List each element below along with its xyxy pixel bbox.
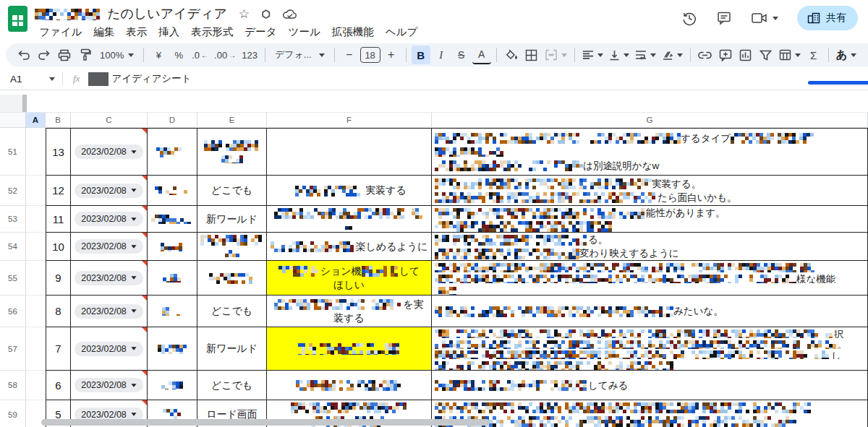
cell-G51[interactable]: するタイプは別途説明かなw	[432, 128, 868, 176]
cell-B56[interactable]: 8	[46, 296, 71, 327]
document-title[interactable]: たのしいアイディア	[107, 5, 227, 22]
italic-button[interactable]: I	[432, 46, 451, 64]
column-header-F[interactable]: F	[267, 112, 432, 128]
decrease-font-size-button[interactable]: −	[340, 46, 359, 64]
text-wrap-button[interactable]	[633, 46, 658, 64]
cell-F56[interactable]: を実装する	[267, 296, 432, 327]
cell-D54[interactable]	[148, 233, 197, 261]
borders-button[interactable]	[522, 46, 541, 64]
cell-E51[interactable]	[197, 128, 267, 176]
input-tools-button[interactable]: あ	[834, 46, 859, 64]
increase-decimal-button[interactable]: .00→	[212, 46, 238, 64]
cell-D57[interactable]	[148, 327, 197, 371]
cell-D58[interactable]	[148, 371, 197, 400]
cell-A55[interactable]	[26, 261, 46, 296]
menu-9[interactable]: ヘルプ	[380, 23, 424, 41]
date-dropdown-chip[interactable]: 2023/02/08	[75, 212, 143, 226]
version-history-icon[interactable]	[681, 10, 697, 26]
insert-chart-button[interactable]	[736, 46, 755, 64]
cell-D52[interactable]	[148, 176, 197, 206]
cell-G58[interactable]: してみる	[432, 371, 868, 400]
menu-5[interactable]: 表示形式	[185, 23, 239, 41]
row-header-53[interactable]: 53	[0, 206, 26, 233]
horizontal-align-button[interactable]	[580, 46, 605, 64]
cell-E52[interactable]: どこでも	[197, 176, 267, 206]
cell-A53[interactable]	[26, 206, 46, 233]
cell-B55[interactable]: 9	[46, 261, 71, 296]
row-header-54[interactable]: 54	[0, 233, 26, 261]
fill-color-button[interactable]	[502, 46, 521, 64]
cell-A58[interactable]	[26, 371, 46, 400]
cell-C55[interactable]: 2023/02/08	[71, 261, 148, 296]
cell-E57[interactable]: 新ワールド	[197, 327, 267, 371]
print-button[interactable]	[55, 46, 74, 64]
cell-A52[interactable]	[26, 176, 46, 206]
paint-format-button[interactable]	[75, 46, 94, 64]
redo-button[interactable]	[35, 46, 54, 64]
vertical-align-button[interactable]	[607, 46, 631, 64]
row-header-56[interactable]: 56	[0, 296, 26, 327]
increase-font-size-button[interactable]: +	[382, 46, 401, 64]
cell-B52[interactable]: 12	[46, 176, 71, 206]
menu-1[interactable]: ファイル	[33, 23, 88, 41]
cell-C56[interactable]: 2023/02/08	[71, 296, 148, 327]
cell-G59[interactable]	[432, 400, 868, 427]
cell-F52[interactable]: 実装する	[267, 176, 432, 206]
cell-F54[interactable]: 楽しめるように	[267, 233, 432, 261]
date-dropdown-chip[interactable]: 2023/02/08	[75, 271, 143, 285]
comment-history-icon[interactable]	[716, 10, 732, 26]
cell-C58[interactable]: 2023/02/08	[71, 371, 148, 400]
column-header-D[interactable]: D	[148, 112, 197, 128]
cell-D51[interactable]	[148, 128, 197, 176]
column-header-B[interactable]: B	[46, 112, 71, 128]
cell-C52[interactable]: 2023/02/08	[71, 176, 148, 206]
functions-button[interactable]: Σ	[804, 46, 823, 64]
menu-2[interactable]: 編集	[88, 23, 120, 41]
cloud-saved-icon[interactable]	[283, 9, 297, 20]
header-corner[interactable]	[0, 112, 26, 128]
cell-B58[interactable]: 6	[46, 371, 71, 400]
row-header-57[interactable]: 57	[0, 327, 26, 371]
cell-G56[interactable]: みたいな。	[432, 296, 868, 327]
star-icon[interactable]: ☆	[239, 7, 250, 22]
cell-B51[interactable]: 13	[46, 128, 71, 176]
date-dropdown-chip[interactable]: 2023/02/08	[75, 304, 143, 319]
strikethrough-button[interactable]: S	[452, 46, 471, 64]
menu-7[interactable]: ツール	[283, 23, 326, 41]
cell-A56[interactable]	[26, 296, 46, 327]
row-header-55[interactable]: 55	[0, 261, 26, 296]
name-box[interactable]: A1	[0, 74, 62, 85]
format-percent-button[interactable]: %	[169, 46, 188, 64]
cell-A51[interactable]	[26, 128, 46, 176]
cell-D53[interactable]	[148, 206, 197, 233]
cell-F58[interactable]	[267, 371, 432, 400]
bold-button[interactable]: B	[412, 46, 430, 64]
table-views-button[interactable]	[777, 46, 803, 64]
cell-C51[interactable]: 2023/02/08	[71, 128, 148, 176]
cell-G53[interactable]: 能性があります。	[432, 206, 868, 233]
cell-D56[interactable]	[148, 296, 197, 327]
cell-G54[interactable]: る。変わり映えするように	[432, 233, 868, 261]
column-header-G[interactable]: G	[432, 112, 868, 128]
create-filter-button[interactable]	[757, 46, 775, 64]
cell-E56[interactable]: どこでも	[197, 296, 267, 327]
row-header-58[interactable]: 58	[0, 371, 26, 400]
sheets-logo-icon[interactable]	[8, 6, 27, 32]
cell-E53[interactable]: 新ワールド	[197, 206, 267, 233]
date-dropdown-chip[interactable]: 2023/02/08	[75, 342, 143, 356]
move-to-drive-icon[interactable]	[260, 8, 273, 20]
insert-comment-button[interactable]	[716, 46, 735, 64]
menu-6[interactable]: データ	[239, 23, 282, 41]
row-header-52[interactable]: 52	[0, 176, 26, 206]
font-select[interactable]: デフォ...	[271, 46, 329, 64]
cell-A57[interactable]	[26, 327, 46, 371]
zoom-select[interactable]: 100%	[95, 46, 138, 64]
font-size-input[interactable]: 18	[360, 47, 380, 63]
menu-4[interactable]: 挿入	[153, 23, 185, 41]
column-header-C[interactable]: C	[71, 112, 148, 128]
menu-8[interactable]: 拡張機能	[326, 23, 380, 41]
share-button[interactable]: 共有	[797, 6, 858, 30]
decrease-decimal-button[interactable]: .0←	[190, 46, 210, 64]
format-currency-button[interactable]: ¥	[149, 46, 168, 64]
undo-button[interactable]	[14, 46, 33, 64]
